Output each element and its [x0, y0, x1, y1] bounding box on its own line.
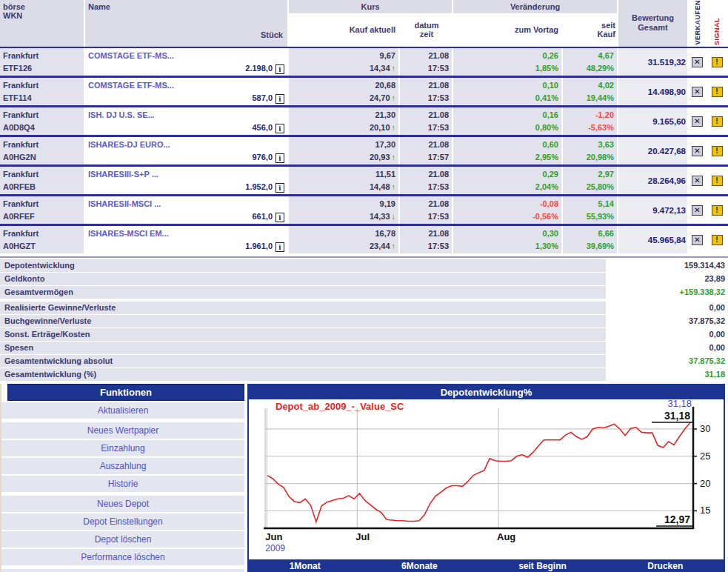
vortag-cell: 0,26 1,85%	[453, 48, 563, 76]
security-name-link[interactable]: COMSTAGE ETF-MS...	[88, 79, 284, 92]
sidebar-item[interactable]: Auszahlung	[1, 458, 244, 474]
verkaufen-checkbox-icon[interactable]: ✕	[692, 235, 703, 245]
wkn: A0D8Q4	[3, 122, 81, 134]
trend-arrow-icon: ↑	[392, 182, 396, 191]
sidebar-item[interactable]: Depot löschen	[1, 531, 244, 548]
seit-kauf-abs: 4,02	[566, 79, 614, 92]
header-verkaufen-label: VERKAUFEN	[694, 0, 701, 45]
aktuell-price: 23,44↑	[292, 240, 395, 253]
sidebar-item[interactable]: Depot Einstellungen	[1, 513, 244, 530]
bewertung-value: 9.472,13	[652, 206, 686, 215]
stueck-value: 976,0i	[88, 151, 284, 164]
header-wkn-label: WKN	[3, 11, 81, 20]
vortag-cell: -0,08 -0,56%	[453, 196, 563, 224]
info-icon[interactable]: i	[275, 94, 284, 104]
security-name-link[interactable]: ISHARESIII-S+P ...	[88, 168, 284, 181]
info-icon[interactable]: i	[275, 64, 284, 74]
summary-label: Gesamtvermögen	[0, 286, 606, 299]
sidebar-item[interactable]: Performance löschen	[1, 549, 244, 565]
info-icon[interactable]: i	[275, 153, 284, 163]
summary-value: +159.338,32	[606, 286, 728, 299]
chart-range-link[interactable]: 1Monat	[290, 561, 321, 571]
summary-row: Gesamtentwicklung (%) 31,18	[0, 368, 728, 381]
header-boerse-wkn: börse WKN	[0, 0, 85, 47]
security-name-link[interactable]: COMSTAGE ETF-MS...	[88, 50, 284, 62]
bewertung-cell: 14.498,90	[618, 78, 689, 105]
svg-text:Aug: Aug	[497, 531, 515, 542]
signal-warning-icon[interactable]: !	[712, 87, 723, 97]
sidebar-item[interactable]: Neues Depot	[1, 496, 244, 512]
chart-range-link[interactable]: Drucken	[647, 561, 683, 571]
header-kurs-label: Kurs	[289, 0, 453, 13]
wkn: ETF126	[3, 62, 81, 75]
verkaufen-checkbox-icon[interactable]: ✕	[692, 57, 703, 67]
vortag-abs: 0,30	[456, 227, 558, 240]
verkaufen-checkbox-icon[interactable]: ✕	[692, 176, 703, 186]
verkaufen-checkbox-icon[interactable]: ✕	[692, 205, 703, 216]
info-icon[interactable]: i	[275, 183, 284, 193]
exchange: Frankfurt	[3, 50, 81, 62]
kurs-zeit: 17:53	[403, 210, 449, 223]
aktuell-price: 14,33↓	[292, 210, 395, 223]
sidebar-item[interactable]: Ausloggen	[1, 569, 244, 572]
holding-row: Frankfurt ETF126 COMSTAGE ETF-MS... 2.19…	[0, 46, 728, 76]
header-name-label: Name	[88, 2, 284, 11]
stueck-value: 587,0i	[88, 92, 284, 104]
sidebar-item[interactable]: Neues Wertpapier	[1, 422, 244, 439]
signal-warning-icon[interactable]: !	[712, 57, 723, 67]
kauf-price: 9,19	[292, 198, 395, 210]
seit-kauf-pct: 19,44%	[566, 92, 614, 104]
kurs-datum: 21.08	[403, 168, 449, 181]
seit-kauf-cell: 2,97 25,80%	[563, 167, 618, 194]
kauf-price: 9,67	[292, 50, 395, 62]
functions-sidebar: Funktionen Aktualisieren Neues Wertpapie…	[0, 384, 247, 572]
bewertung-cell: 45.965,84	[618, 226, 689, 253]
info-icon[interactable]: i	[275, 213, 284, 222]
trend-arrow-icon: ↑	[392, 64, 396, 73]
security-name-link[interactable]: ISH. DJ U.S. SE...	[88, 109, 284, 122]
security-name-link[interactable]: ISHARES-DJ EURO...	[88, 139, 284, 151]
kurs-zeit: 17:53	[403, 122, 449, 134]
vortag-pct: -0,56%	[456, 210, 558, 223]
svg-text:30: 30	[700, 423, 710, 434]
verkaufen-checkbox-icon[interactable]: ✕	[692, 87, 703, 97]
chart-range-link[interactable]: 6Monate	[401, 561, 438, 571]
sidebar-item[interactable]: Aktualisieren	[1, 402, 244, 419]
seit-kauf-cell: 4,02 19,44%	[563, 78, 618, 105]
aktuell-price: 20,93↑	[292, 151, 395, 164]
vortag-pct: 0,41%	[456, 92, 558, 104]
name-stueck-cell: ISHARESII-MSCI ... 661,0i	[85, 196, 289, 224]
signal-warning-icon[interactable]: !	[712, 116, 723, 127]
vortag-cell: 0,10 0,41%	[453, 78, 563, 105]
security-name-link[interactable]: ISHARES-MSCI EM...	[88, 227, 284, 240]
stueck-value: 1.952,0i	[88, 181, 284, 193]
aktuell-price: 14,34↑	[292, 62, 395, 75]
sidebar-item[interactable]: Historie	[1, 476, 244, 492]
datum-zeit-cell: 21.08 17:57	[400, 137, 453, 164]
sidebar-item[interactable]: Einzahlung	[1, 440, 244, 456]
seit-kauf-cell: 5,14 55,93%	[563, 196, 618, 224]
chart-range-link[interactable]: seit Beginn	[518, 561, 567, 571]
kauf-price: 17,30	[292, 139, 395, 151]
signal-warning-icon[interactable]: !	[712, 235, 723, 245]
info-icon[interactable]: i	[275, 124, 284, 133]
verkaufen-checkbox-icon[interactable]: ✕	[692, 116, 703, 127]
seit-kauf-cell: 3,63 20,98%	[563, 137, 618, 164]
holding-row: Frankfurt A0HGZT ISHARES-MSCI EM... 1.96…	[0, 224, 728, 253]
header-verkaufen: VERKAUFEN	[689, 0, 707, 47]
signal-warning-icon[interactable]: !	[712, 205, 723, 216]
vortag-cell: 0,30 1,30%	[453, 226, 563, 253]
signal-warning-icon[interactable]: !	[712, 146, 723, 156]
kauf-price: 20,68	[292, 79, 395, 92]
info-icon[interactable]: i	[275, 242, 284, 252]
trend-arrow-icon: ↑	[392, 153, 396, 162]
kurs-zeit: 17:57	[403, 151, 449, 164]
bewertung-cell: 9.472,13	[618, 196, 689, 224]
header-boerse-label: börse	[3, 2, 81, 11]
summary-row: Sonst. Erträge/Kosten 0,00	[0, 328, 728, 341]
security-name-link[interactable]: ISHARESII-MSCI ...	[88, 198, 284, 210]
verkaufen-checkbox-icon[interactable]: ✕	[692, 146, 703, 156]
signal-cell: !	[707, 78, 728, 105]
seit-kauf-pct: -5,63%	[566, 122, 614, 134]
signal-warning-icon[interactable]: !	[712, 176, 723, 186]
